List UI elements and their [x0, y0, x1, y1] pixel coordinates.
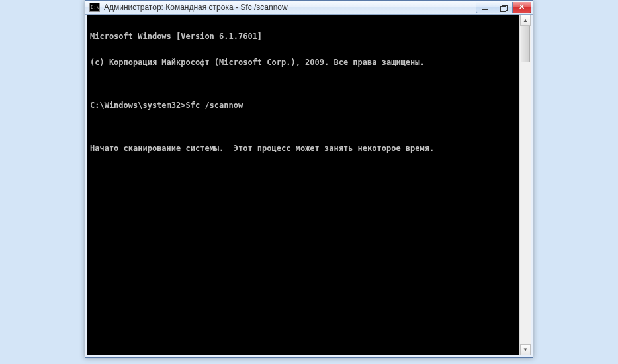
titlebar[interactable]: C:\ Администратор: Командная строка - Sf…	[85, 1, 533, 15]
console-line: (c) Корпорация Майкрософт (Microsoft Cor…	[90, 58, 517, 67]
console-line: C:\Windows\system32>Sfc /scannow	[90, 101, 517, 110]
close-button[interactable]: ✕	[513, 2, 531, 13]
console-line: Начато сканирование системы. Этот процес…	[90, 144, 517, 153]
app-icon: C:\	[89, 3, 100, 12]
vertical-scrollbar[interactable]: ▲ ▼	[519, 15, 531, 355]
minimize-button[interactable]	[476, 2, 494, 13]
scroll-down-button[interactable]: ▼	[520, 344, 531, 355]
window-title: Администратор: Командная строка - Sfc /s…	[104, 3, 476, 12]
scroll-track[interactable]	[520, 26, 531, 344]
console-line: Microsoft Windows [Version 6.1.7601]	[90, 32, 517, 41]
close-icon: ✕	[519, 3, 525, 11]
scroll-thumb[interactable]	[521, 26, 530, 62]
console-output[interactable]: Microsoft Windows [Version 6.1.7601] (c)…	[87, 15, 519, 355]
window-controls: ✕	[476, 2, 531, 13]
command-prompt-window: C:\ Администратор: Командная строка - Sf…	[85, 0, 533, 358]
minimize-icon	[482, 9, 488, 10]
maximize-button[interactable]	[494, 2, 513, 13]
window-body: Microsoft Windows [Version 6.1.7601] (c)…	[85, 15, 533, 357]
maximize-icon	[500, 5, 507, 10]
scroll-up-button[interactable]: ▲	[520, 15, 531, 26]
